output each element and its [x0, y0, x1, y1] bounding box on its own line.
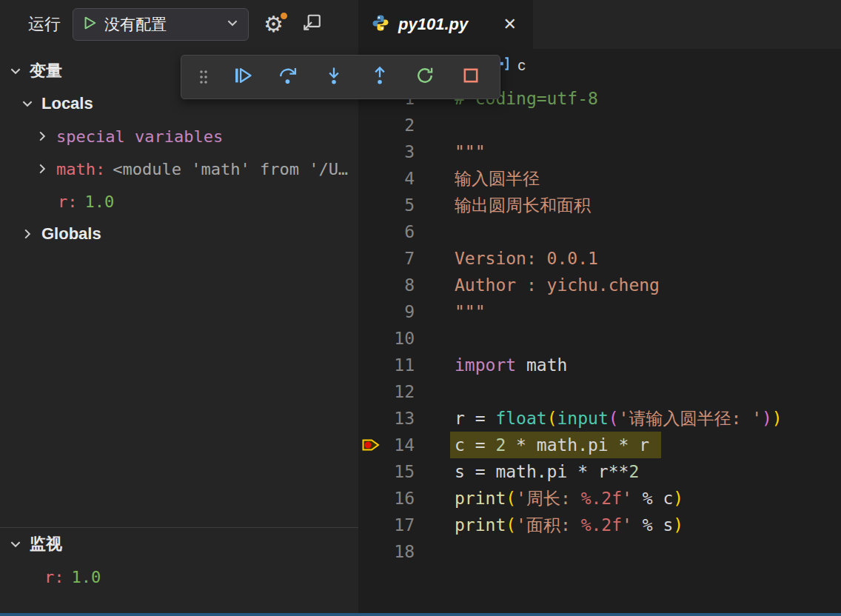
token-pln: c = — [455, 435, 495, 455]
drag-handle[interactable] — [187, 57, 220, 97]
variable-name: r: — [58, 192, 78, 211]
watch-section-header[interactable]: 监视 — [0, 528, 358, 560]
code-text[interactable]: r = float(input('请输入圆半径: ')) — [455, 405, 783, 432]
special-variables-label: special variables — [56, 127, 223, 146]
line-number[interactable]: 3 — [358, 138, 415, 165]
line-number[interactable]: 9 — [358, 298, 415, 325]
token-fny: print — [455, 489, 506, 508]
globals-group-row[interactable]: Globals — [0, 218, 358, 250]
line-number[interactable]: 4 — [358, 165, 415, 192]
code-text[interactable]: Version: 0.0.1 — [455, 245, 598, 272]
code-text[interactable]: 输入圆半径 — [455, 165, 540, 192]
line-number[interactable]: 13 — [358, 405, 415, 432]
current-line-breakpoint-marker[interactable] — [361, 435, 381, 455]
token-str: """ — [455, 142, 486, 161]
code-line-3: 3""" — [358, 138, 841, 165]
code-text[interactable]: Author : yichu.cheng — [455, 272, 660, 298]
line-number[interactable]: 17 — [358, 512, 415, 538]
code-text[interactable]: print('周长: %.2f' % c) — [455, 485, 683, 512]
line-number[interactable]: 7 — [358, 245, 415, 272]
code-text[interactable]: print('面积: %.2f' % s) — [455, 512, 683, 538]
close-icon[interactable]: ✕ — [500, 13, 520, 36]
special-variables-row[interactable]: special variables — [0, 120, 358, 153]
code-line-7: 7Version: 0.0.1 — [358, 245, 841, 272]
chevron-down-icon — [9, 64, 22, 78]
line-number[interactable]: 18 — [358, 538, 415, 565]
line-number[interactable]: 16 — [358, 485, 415, 512]
token-b1: ) — [673, 489, 683, 508]
watch-title: 监视 — [30, 533, 62, 555]
line-number[interactable]: 2 — [358, 112, 415, 138]
step-out-icon — [369, 65, 390, 89]
code-text[interactable]: 输出圆周长和面积 — [455, 192, 591, 218]
code-text[interactable]: """ — [455, 138, 486, 165]
token-b2: ) — [762, 409, 772, 428]
line-number[interactable]: 11 — [358, 352, 415, 378]
restart-icon — [415, 65, 435, 89]
code-line-18: 18 — [358, 538, 841, 565]
line-number[interactable]: 10 — [358, 325, 415, 352]
code-text[interactable]: import math — [455, 352, 567, 378]
line-number[interactable]: 14 — [358, 432, 415, 458]
chevron-down-icon — [9, 538, 22, 551]
token-str: '面积: — [516, 515, 581, 535]
token-pln: r = — [455, 409, 495, 428]
token-pln: % s — [632, 515, 673, 535]
config-modified-dot — [279, 11, 289, 21]
step-out-button[interactable] — [357, 57, 403, 97]
code-line-10: 10 — [358, 325, 841, 352]
variables-title: 变量 — [30, 60, 62, 82]
line-number[interactable]: 5 — [358, 192, 415, 218]
step-over-button[interactable] — [265, 57, 311, 97]
token-fmt: %.2f — [581, 515, 622, 535]
debug-config-dropdown[interactable]: 没有配置 — [73, 8, 249, 41]
code-text[interactable]: s = math.pi * r**2 — [455, 458, 639, 485]
tab-title: py101.py — [398, 15, 492, 34]
restart-button[interactable] — [403, 57, 449, 97]
code-line-13: 13r = float(input('请输入圆半径: ')) — [358, 405, 841, 432]
variable-value: <module 'math' from '/U… — [113, 160, 348, 178]
code-line-4: 4输入圆半径 — [358, 165, 841, 192]
code-line-5: 5输出圆周长和面积 — [358, 192, 841, 218]
line-number[interactable]: 15 — [358, 458, 415, 485]
code-area[interactable]: 1# coding=utf-823"""4输入圆半径5输出圆周长和面积67Ver… — [358, 81, 841, 565]
line-number[interactable]: 8 — [358, 272, 415, 298]
open-debug-view-button[interactable] — [301, 13, 322, 36]
code-text[interactable]: """ — [455, 298, 486, 325]
step-into-button[interactable] — [311, 57, 357, 97]
code-text[interactable]: c = 2 * math.pi * r — [450, 432, 661, 458]
line-number[interactable]: 12 — [358, 378, 415, 405]
watch-expression-row[interactable]: r: 1.0 — [0, 560, 358, 593]
open-editor-icon — [301, 13, 322, 36]
stop-button[interactable] — [448, 57, 494, 97]
token-str: '周长: — [516, 489, 581, 508]
chevron-right-icon — [36, 162, 49, 175]
gear-button[interactable]: ⚙ — [264, 13, 284, 36]
code-line-9: 9""" — [358, 298, 841, 325]
code-line-16: 16print('周长: %.2f' % c) — [358, 485, 841, 512]
math-variable-row[interactable]: math: <module 'math' from '/U… — [0, 153, 358, 185]
tab-bar: py101.py ✕ — [358, 0, 841, 49]
token-num: 2 — [629, 462, 639, 481]
token-str: Version: 0.0.1 — [455, 249, 598, 268]
token-str: 输入圆半径 — [455, 169, 540, 188]
token-b1: ) — [673, 515, 683, 535]
step-into-icon — [324, 65, 344, 89]
code-line-14: 14c = 2 * math.pi * r — [358, 432, 841, 458]
line-number[interactable]: 6 — [358, 218, 415, 245]
r-variable-row[interactable]: r: 1.0 — [0, 185, 358, 218]
tab-py101[interactable]: py101.py ✕ — [358, 0, 533, 49]
token-str: ' — [622, 515, 632, 535]
code-line-11: 11import math — [358, 352, 841, 378]
token-pln: % c — [632, 489, 673, 508]
stop-icon — [460, 65, 481, 89]
token-str: Author : yichu.cheng — [455, 275, 660, 295]
breadcrumb-symbol[interactable]: c — [517, 56, 526, 74]
continue-button[interactable] — [220, 57, 266, 97]
code-line-12: 12 — [358, 378, 841, 405]
step-over-icon — [278, 65, 298, 89]
python-file-icon — [372, 14, 389, 35]
globals-label: Globals — [41, 224, 101, 244]
token-b2: ( — [609, 409, 619, 428]
chevron-right-icon — [36, 130, 49, 143]
